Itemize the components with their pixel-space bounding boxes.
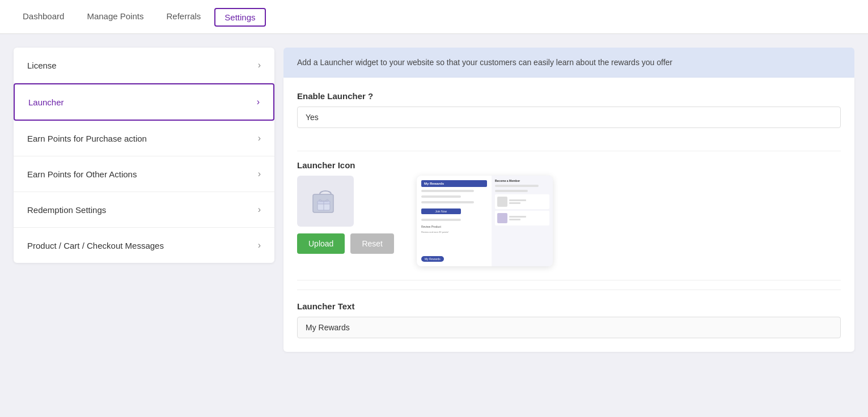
nav-manage-points[interactable]: Manage Points xyxy=(78,1,153,33)
mockup-badge: My Rewards xyxy=(421,256,444,262)
main-layout: License › Launcher › ► Earn Points for P… xyxy=(0,34,868,417)
launcher-icon-svg xyxy=(308,184,342,218)
sidebar-label-launcher: Launcher xyxy=(28,97,64,107)
enable-launcher-select[interactable]: Yes No xyxy=(297,107,841,128)
sidebar-label-earn-purchase: Earn Points for Purchase action xyxy=(27,134,147,143)
content-area: Add a Launcher widget to your website so… xyxy=(283,48,854,403)
mockup-product-info-2 xyxy=(509,216,526,220)
mockup-product-info xyxy=(509,199,526,204)
sidebar-item-earn-other[interactable]: Earn Points for Other Actions › xyxy=(14,156,274,192)
launcher-preview-mockup: My Rewards Join Now Review Product Revie… xyxy=(417,176,553,266)
mockup-btn: Join Now xyxy=(421,208,461,214)
sidebar-label-license: License xyxy=(27,61,57,70)
launcher-icon-section: Upload Reset My Rewards Join Now xyxy=(297,176,841,266)
mockup-line-2 xyxy=(421,195,461,198)
reset-button[interactable]: Reset xyxy=(350,233,394,254)
mockup-product-2 xyxy=(495,211,549,225)
sidebar-item-launcher[interactable]: Launcher › ► xyxy=(14,83,274,121)
mockup-product-line-4 xyxy=(509,219,520,220)
mockup-header: My Rewards xyxy=(421,180,487,187)
chevron-right-icon: › xyxy=(258,60,261,70)
sidebar-item-product-cart[interactable]: Product / Cart / Checkout Messages › xyxy=(14,228,274,263)
upload-button[interactable]: Upload xyxy=(297,233,345,254)
sidebar-item-earn-purchase[interactable]: Earn Points for Purchase action › xyxy=(14,121,274,156)
chevron-right-icon-earn-purchase: › xyxy=(258,133,261,143)
mockup-left-panel: My Rewards Join Now Review Product Revie… xyxy=(417,176,492,266)
chevron-right-icon-launcher: › xyxy=(257,97,260,107)
divider-2 xyxy=(297,280,841,280)
nav-settings[interactable]: Settings xyxy=(214,8,265,27)
mockup-product xyxy=(495,194,549,209)
launcher-text-input[interactable] xyxy=(297,317,841,338)
sidebar-item-redemption[interactable]: Redemption Settings › xyxy=(14,192,274,228)
mockup-become-member: Become a Member xyxy=(495,179,549,182)
enable-launcher-label: Enable Launcher ? xyxy=(297,91,841,101)
mockup-product-line xyxy=(509,199,526,201)
sidebar-label-earn-other: Earn Points for Other Actions xyxy=(27,169,137,179)
mockup-right-line-1 xyxy=(495,185,539,187)
launcher-text-label: Launcher Text xyxy=(297,301,841,311)
info-banner: Add a Launcher widget to your website so… xyxy=(283,48,854,78)
mockup-line-4 xyxy=(421,219,461,221)
launcher-text-section: Launcher Text xyxy=(297,290,841,338)
mockup-product-img-2 xyxy=(497,213,507,223)
top-navigation: Dashboard Manage Points Referrals Settin… xyxy=(0,0,868,34)
button-row: Upload Reset xyxy=(297,233,394,254)
launcher-icon-preview xyxy=(297,176,354,227)
mockup-review-subtext: Review and earn 20 points! xyxy=(421,231,487,233)
sidebar-item-license[interactable]: License › xyxy=(14,48,274,83)
nav-dashboard[interactable]: Dashboard xyxy=(14,1,73,33)
sidebar-label-product-cart: Product / Cart / Checkout Messages xyxy=(27,241,164,250)
banner-text: Add a Launcher widget to your website so… xyxy=(297,58,672,67)
chevron-right-icon-earn-other: › xyxy=(258,169,261,179)
nav-referrals[interactable]: Referrals xyxy=(157,1,210,33)
mockup-product-img xyxy=(497,197,507,207)
chevron-right-icon-redemption: › xyxy=(258,205,261,215)
mockup-right-line-2 xyxy=(495,190,528,192)
launcher-icon-label: Launcher Icon xyxy=(297,160,841,170)
mockup-review-text: Review Product xyxy=(421,225,487,228)
mockup-product-line2 xyxy=(509,202,520,204)
sidebar-label-redemption: Redemption Settings xyxy=(27,205,106,215)
chevron-right-icon-product-cart: › xyxy=(258,240,261,250)
settings-sidebar: License › Launcher › ► Earn Points for P… xyxy=(14,48,274,263)
mockup-inner: My Rewards Join Now Review Product Revie… xyxy=(417,176,553,266)
mockup-product-line-3 xyxy=(509,216,526,218)
mockup-line-1 xyxy=(421,190,474,192)
launcher-icon-left: Upload Reset xyxy=(297,176,394,254)
divider xyxy=(297,151,841,151)
content-card: Enable Launcher ? Yes No Launcher Icon xyxy=(283,78,854,352)
mockup-line-3 xyxy=(421,201,474,203)
mockup-right-panel: Become a Member xyxy=(492,176,553,266)
